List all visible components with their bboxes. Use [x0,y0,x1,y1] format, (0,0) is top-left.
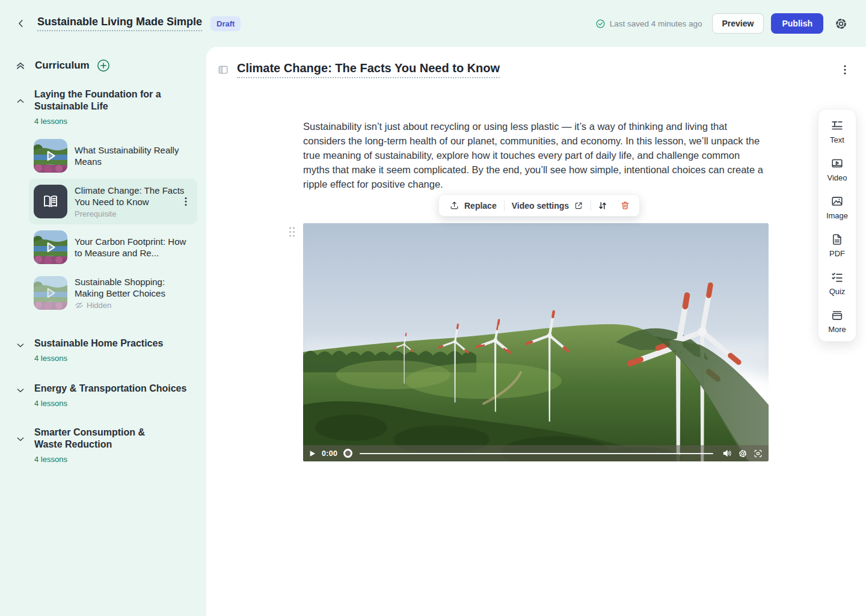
lesson-item[interactable]: Your Carbon Footprint: How to Measure an… [29,224,197,270]
play-icon [34,276,67,310]
course-title[interactable]: Sustainable Living Made Simple [37,16,202,31]
volume-button[interactable] [722,449,732,458]
lesson-meta-text: Hidden [87,301,111,310]
play-button[interactable] [309,449,316,458]
pdf-block-icon [831,233,844,246]
section-title[interactable]: Sustainable Home Practices [34,337,194,350]
topbar: Sustainable Living Made Simple Draft Las… [0,0,866,47]
more-blocks-icon [831,309,844,322]
lesson-page-title[interactable]: Climate Change: The Facts You Need to Kn… [237,61,500,78]
kebab-vertical-icon [841,64,849,75]
lesson-meta: Hidden [75,301,192,310]
lesson-item-selected[interactable]: Climate Change: The Facts You Need to Kn… [29,179,197,224]
lesson-header: Climate Change: The Facts You Need to Kn… [217,61,852,78]
player-settings-button[interactable] [738,449,748,458]
settings-button[interactable] [832,14,850,33]
add-section-button[interactable] [97,59,110,72]
fullscreen-icon [753,449,763,458]
block-palette: Text Video Image PDF Quiz More [818,109,856,342]
lesson-thumbnail [34,230,67,264]
curriculum-section: Laying the Foundation for a Sustainable … [0,88,206,126]
lesson-title: Your Carbon Footprint: How to Measure an… [75,236,192,259]
chevron-down-icon [16,434,25,444]
lesson-meta: Prerequisite [75,209,192,218]
check-circle-icon [595,19,606,29]
lesson-item-hidden[interactable]: Sustainable Shopping: Making Better Choi… [29,270,197,316]
add-pdf-block-button[interactable]: PDF [829,233,845,258]
lesson-title: Sustainable Shopping: Making Better Choi… [75,276,192,299]
plus-circle-icon [97,59,110,72]
upload-icon [449,200,459,211]
expand-section-button[interactable] [14,339,26,351]
section-title[interactable]: Energy & Transportation Choices [34,383,194,395]
kebab-vertical-icon [182,197,190,206]
delete-block-button[interactable] [614,195,636,216]
curriculum-section: Smarter Consumption & Waste Reduction 4 … [0,427,206,464]
expand-section-button[interactable] [14,433,26,445]
back-button[interactable] [13,16,29,31]
trash-icon [620,200,630,211]
eye-off-icon [75,301,84,310]
curriculum-title: Curriculum [35,60,90,72]
curriculum-section: Energy & Transportation Choices 4 lesson… [0,383,206,408]
replace-video-button[interactable]: Replace [442,195,504,216]
play-icon [34,230,67,264]
palette-item-label: Image [826,211,848,220]
play-icon [34,139,67,173]
palette-item-label: More [828,325,846,334]
collapse-all-button[interactable] [15,60,26,71]
add-quiz-block-button[interactable]: Quiz [829,271,846,296]
publish-button[interactable]: Publish [771,13,823,34]
arrows-down-up-icon [597,200,608,211]
video-settings-button[interactable]: Video settings [505,195,591,216]
palette-item-label: Quiz [829,287,846,296]
toggle-sidebar-button[interactable] [217,64,229,76]
add-text-block-button[interactable]: Text [830,119,844,144]
chevron-left-icon [16,18,26,29]
section-title[interactable]: Smarter Consumption & Waste Reduction [34,427,173,451]
section-title[interactable]: Laying the Foundation for a Sustainable … [34,88,194,112]
section-lesson-count: 4 lessons [34,354,194,363]
lesson-title: Climate Change: The Facts You Need to Kn… [75,185,192,208]
lesson-title: What Sustainability Really Means [75,144,192,167]
collapse-section-button[interactable] [14,95,26,107]
chevron-down-icon [16,386,25,395]
video-block-toolbar: Replace Video settings [438,194,640,217]
lesson-menu-button[interactable] [179,194,192,209]
curriculum-section: Sustainable Home Practices 4 lessons [0,337,206,363]
save-status-text: Last saved 4 minutes ago [610,19,702,28]
add-image-block-button[interactable]: Image [826,195,848,220]
chevron-down-icon [16,340,25,350]
fullscreen-button[interactable] [753,449,763,458]
volume-icon [722,449,732,458]
video-frame-wind-turbines [303,223,769,461]
video-settings-label: Video settings [512,201,569,211]
lesson-item[interactable]: What Sustainability Really Means [29,133,197,179]
gear-icon [738,449,748,458]
double-chevron-up-icon [15,60,26,71]
lesson-editor: Climate Change: The Facts You Need to Kn… [206,47,866,616]
video-block-icon [831,157,844,170]
video-player[interactable]: 0:00 [303,223,769,461]
preview-button[interactable]: Preview [712,13,764,34]
image-block-icon [831,195,844,208]
lesson-thumbnail [34,139,67,173]
progress-track[interactable] [360,453,713,454]
external-link-icon [574,201,583,211]
move-block-button[interactable] [591,195,614,216]
lesson-options-button[interactable] [838,62,852,78]
section-lesson-count: 4 lessons [34,455,194,464]
lesson-intro-paragraph[interactable]: Sustainability isn’t just about recyclin… [303,119,764,191]
panel-left-icon [217,64,229,76]
grip-dots-icon [288,226,296,238]
palette-item-label: PDF [829,249,845,258]
expand-section-button[interactable] [14,384,26,396]
gear-icon [834,17,848,31]
drag-handle[interactable] [286,224,298,239]
replace-label: Replace [464,201,497,211]
more-blocks-button[interactable]: More [828,309,846,334]
play-icon [309,449,316,458]
add-video-block-button[interactable]: Video [827,157,847,182]
scrubber-handle[interactable] [343,448,353,458]
save-status: Last saved 4 minutes ago [595,19,702,29]
